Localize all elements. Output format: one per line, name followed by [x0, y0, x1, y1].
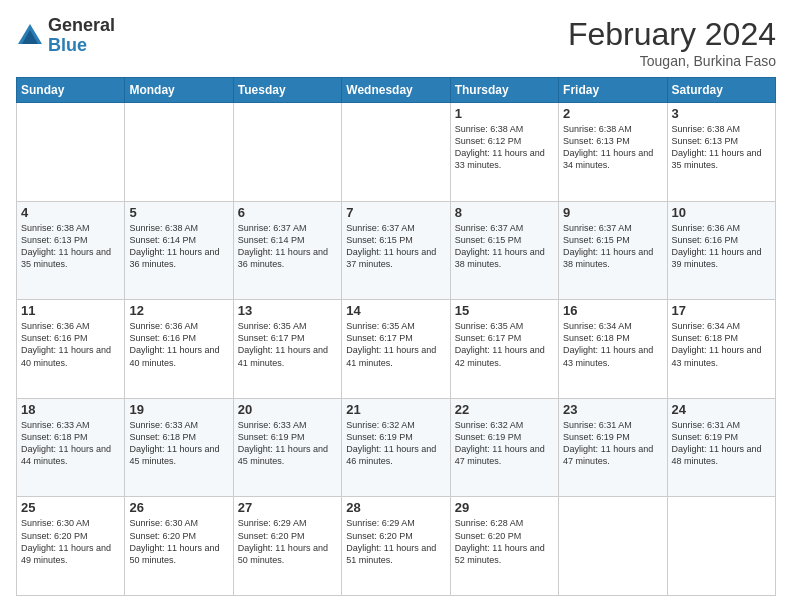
calendar-cell: 23Sunrise: 6:31 AM Sunset: 6:19 PM Dayli…: [559, 398, 667, 497]
day-number: 27: [238, 500, 337, 515]
day-info: Sunrise: 6:28 AM Sunset: 6:20 PM Dayligh…: [455, 517, 554, 566]
day-number: 22: [455, 402, 554, 417]
calendar-cell: [667, 497, 775, 596]
calendar-cell: 10Sunrise: 6:36 AM Sunset: 6:16 PM Dayli…: [667, 201, 775, 300]
calendar-cell: 12Sunrise: 6:36 AM Sunset: 6:16 PM Dayli…: [125, 300, 233, 399]
day-info: Sunrise: 6:35 AM Sunset: 6:17 PM Dayligh…: [455, 320, 554, 369]
calendar-cell: 24Sunrise: 6:31 AM Sunset: 6:19 PM Dayli…: [667, 398, 775, 497]
day-number: 9: [563, 205, 662, 220]
title-block: February 2024 Tougan, Burkina Faso: [568, 16, 776, 69]
day-info: Sunrise: 6:37 AM Sunset: 6:14 PM Dayligh…: [238, 222, 337, 271]
calendar-cell: 17Sunrise: 6:34 AM Sunset: 6:18 PM Dayli…: [667, 300, 775, 399]
day-info: Sunrise: 6:35 AM Sunset: 6:17 PM Dayligh…: [346, 320, 445, 369]
day-number: 5: [129, 205, 228, 220]
calendar-cell: 13Sunrise: 6:35 AM Sunset: 6:17 PM Dayli…: [233, 300, 341, 399]
calendar-week-row: 11Sunrise: 6:36 AM Sunset: 6:16 PM Dayli…: [17, 300, 776, 399]
page: General Blue February 2024 Tougan, Burki…: [0, 0, 792, 612]
calendar-cell: 25Sunrise: 6:30 AM Sunset: 6:20 PM Dayli…: [17, 497, 125, 596]
logo-text: General Blue: [48, 16, 115, 56]
day-number: 23: [563, 402, 662, 417]
calendar-week-row: 4Sunrise: 6:38 AM Sunset: 6:13 PM Daylig…: [17, 201, 776, 300]
day-number: 10: [672, 205, 771, 220]
day-number: 17: [672, 303, 771, 318]
day-info: Sunrise: 6:38 AM Sunset: 6:13 PM Dayligh…: [563, 123, 662, 172]
day-info: Sunrise: 6:36 AM Sunset: 6:16 PM Dayligh…: [21, 320, 120, 369]
calendar-cell: 29Sunrise: 6:28 AM Sunset: 6:20 PM Dayli…: [450, 497, 558, 596]
day-number: 2: [563, 106, 662, 121]
day-number: 24: [672, 402, 771, 417]
calendar-header-row: SundayMondayTuesdayWednesdayThursdayFrid…: [17, 78, 776, 103]
calendar-header-friday: Friday: [559, 78, 667, 103]
calendar-cell: 14Sunrise: 6:35 AM Sunset: 6:17 PM Dayli…: [342, 300, 450, 399]
day-info: Sunrise: 6:37 AM Sunset: 6:15 PM Dayligh…: [346, 222, 445, 271]
calendar-subtitle: Tougan, Burkina Faso: [568, 53, 776, 69]
day-number: 12: [129, 303, 228, 318]
day-info: Sunrise: 6:38 AM Sunset: 6:13 PM Dayligh…: [672, 123, 771, 172]
day-number: 19: [129, 402, 228, 417]
calendar-cell: 6Sunrise: 6:37 AM Sunset: 6:14 PM Daylig…: [233, 201, 341, 300]
day-info: Sunrise: 6:34 AM Sunset: 6:18 PM Dayligh…: [563, 320, 662, 369]
day-info: Sunrise: 6:29 AM Sunset: 6:20 PM Dayligh…: [238, 517, 337, 566]
day-number: 11: [21, 303, 120, 318]
day-info: Sunrise: 6:38 AM Sunset: 6:14 PM Dayligh…: [129, 222, 228, 271]
logo-icon: [16, 22, 44, 50]
calendar-cell: 8Sunrise: 6:37 AM Sunset: 6:15 PM Daylig…: [450, 201, 558, 300]
calendar-week-row: 1Sunrise: 6:38 AM Sunset: 6:12 PM Daylig…: [17, 103, 776, 202]
day-info: Sunrise: 6:37 AM Sunset: 6:15 PM Dayligh…: [455, 222, 554, 271]
day-info: Sunrise: 6:32 AM Sunset: 6:19 PM Dayligh…: [455, 419, 554, 468]
calendar-header-saturday: Saturday: [667, 78, 775, 103]
calendar-cell: 27Sunrise: 6:29 AM Sunset: 6:20 PM Dayli…: [233, 497, 341, 596]
day-info: Sunrise: 6:33 AM Sunset: 6:18 PM Dayligh…: [21, 419, 120, 468]
day-info: Sunrise: 6:30 AM Sunset: 6:20 PM Dayligh…: [21, 517, 120, 566]
day-number: 28: [346, 500, 445, 515]
calendar-header-sunday: Sunday: [17, 78, 125, 103]
day-info: Sunrise: 6:32 AM Sunset: 6:19 PM Dayligh…: [346, 419, 445, 468]
day-number: 3: [672, 106, 771, 121]
day-number: 21: [346, 402, 445, 417]
day-info: Sunrise: 6:36 AM Sunset: 6:16 PM Dayligh…: [672, 222, 771, 271]
calendar-cell: 19Sunrise: 6:33 AM Sunset: 6:18 PM Dayli…: [125, 398, 233, 497]
day-number: 16: [563, 303, 662, 318]
calendar-cell: 26Sunrise: 6:30 AM Sunset: 6:20 PM Dayli…: [125, 497, 233, 596]
calendar-cell: [559, 497, 667, 596]
day-number: 8: [455, 205, 554, 220]
day-number: 7: [346, 205, 445, 220]
calendar-week-row: 25Sunrise: 6:30 AM Sunset: 6:20 PM Dayli…: [17, 497, 776, 596]
calendar-header-wednesday: Wednesday: [342, 78, 450, 103]
calendar-cell: 9Sunrise: 6:37 AM Sunset: 6:15 PM Daylig…: [559, 201, 667, 300]
day-info: Sunrise: 6:31 AM Sunset: 6:19 PM Dayligh…: [672, 419, 771, 468]
day-info: Sunrise: 6:37 AM Sunset: 6:15 PM Dayligh…: [563, 222, 662, 271]
day-info: Sunrise: 6:36 AM Sunset: 6:16 PM Dayligh…: [129, 320, 228, 369]
calendar-cell: 20Sunrise: 6:33 AM Sunset: 6:19 PM Dayli…: [233, 398, 341, 497]
calendar-cell: 1Sunrise: 6:38 AM Sunset: 6:12 PM Daylig…: [450, 103, 558, 202]
calendar-cell: [342, 103, 450, 202]
day-info: Sunrise: 6:33 AM Sunset: 6:19 PM Dayligh…: [238, 419, 337, 468]
logo-blue-text: Blue: [48, 36, 115, 56]
calendar-cell: 4Sunrise: 6:38 AM Sunset: 6:13 PM Daylig…: [17, 201, 125, 300]
logo: General Blue: [16, 16, 115, 56]
calendar-cell: 22Sunrise: 6:32 AM Sunset: 6:19 PM Dayli…: [450, 398, 558, 497]
calendar-cell: [17, 103, 125, 202]
day-number: 14: [346, 303, 445, 318]
day-number: 18: [21, 402, 120, 417]
calendar-cell: [125, 103, 233, 202]
day-info: Sunrise: 6:35 AM Sunset: 6:17 PM Dayligh…: [238, 320, 337, 369]
calendar-table: SundayMondayTuesdayWednesdayThursdayFrid…: [16, 77, 776, 596]
calendar-cell: 11Sunrise: 6:36 AM Sunset: 6:16 PM Dayli…: [17, 300, 125, 399]
day-number: 29: [455, 500, 554, 515]
day-number: 6: [238, 205, 337, 220]
day-number: 20: [238, 402, 337, 417]
logo-general-text: General: [48, 16, 115, 36]
calendar-cell: 21Sunrise: 6:32 AM Sunset: 6:19 PM Dayli…: [342, 398, 450, 497]
day-info: Sunrise: 6:33 AM Sunset: 6:18 PM Dayligh…: [129, 419, 228, 468]
calendar-cell: 15Sunrise: 6:35 AM Sunset: 6:17 PM Dayli…: [450, 300, 558, 399]
calendar-cell: 2Sunrise: 6:38 AM Sunset: 6:13 PM Daylig…: [559, 103, 667, 202]
calendar-cell: 16Sunrise: 6:34 AM Sunset: 6:18 PM Dayli…: [559, 300, 667, 399]
calendar-title: February 2024: [568, 16, 776, 53]
day-number: 25: [21, 500, 120, 515]
calendar-cell: 28Sunrise: 6:29 AM Sunset: 6:20 PM Dayli…: [342, 497, 450, 596]
calendar-cell: 7Sunrise: 6:37 AM Sunset: 6:15 PM Daylig…: [342, 201, 450, 300]
calendar-header-tuesday: Tuesday: [233, 78, 341, 103]
calendar-cell: 3Sunrise: 6:38 AM Sunset: 6:13 PM Daylig…: [667, 103, 775, 202]
calendar-cell: 18Sunrise: 6:33 AM Sunset: 6:18 PM Dayli…: [17, 398, 125, 497]
